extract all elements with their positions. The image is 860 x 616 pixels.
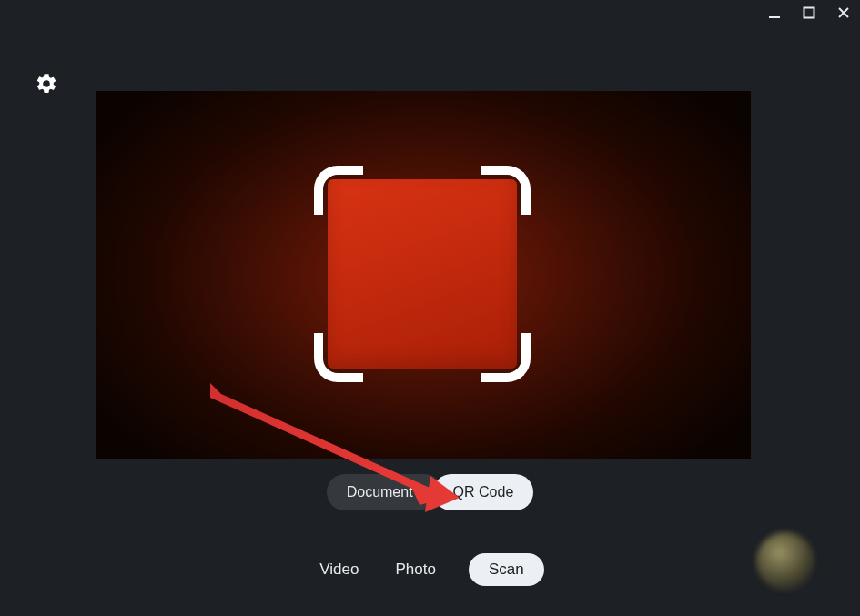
sub-mode-document[interactable]: Document xyxy=(327,474,442,510)
maximize-button[interactable] xyxy=(800,4,818,22)
minimize-button[interactable] xyxy=(765,4,784,22)
frame-corner-icon xyxy=(314,333,363,382)
scan-sub-mode-row: Document QR Code xyxy=(0,474,860,510)
shutter-button[interactable] xyxy=(756,532,814,591)
svg-rect-1 xyxy=(804,8,814,18)
camera-viewport xyxy=(96,91,751,459)
frame-corner-icon xyxy=(481,166,531,215)
sub-mode-qr-code[interactable]: QR Code xyxy=(433,474,534,510)
settings-button[interactable] xyxy=(35,72,58,96)
close-button[interactable] xyxy=(835,4,853,22)
frame-corner-icon xyxy=(314,166,363,215)
mode-video[interactable]: Video xyxy=(316,553,362,586)
mode-row: Video Photo Scan xyxy=(0,553,860,586)
window-controls xyxy=(765,4,853,22)
mode-scan[interactable]: Scan xyxy=(469,553,544,586)
scan-frame xyxy=(314,166,531,382)
mode-photo[interactable]: Photo xyxy=(392,553,440,586)
frame-corner-icon xyxy=(481,333,531,382)
gear-icon xyxy=(35,72,58,96)
